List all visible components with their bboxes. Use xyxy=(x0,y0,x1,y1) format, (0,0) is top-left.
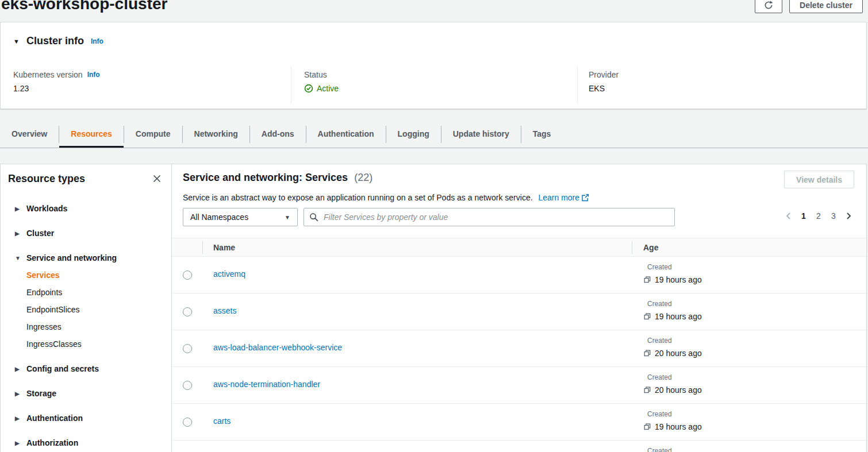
kubernetes-version-label: Kubernetes version xyxy=(13,70,83,79)
next-page-icon[interactable] xyxy=(843,211,854,221)
resource-types-panel: Resource types ▶ Workloads ▶ Cluster ▼ S… xyxy=(1,164,172,452)
sidebar-item-label: Service and networking xyxy=(26,253,117,262)
status-value: Active xyxy=(317,84,339,93)
collapse-caret-icon[interactable]: ▼ xyxy=(13,38,20,45)
table-row-partial: Created xyxy=(172,441,866,452)
tab-update-history[interactable]: Update history xyxy=(441,121,521,148)
refresh-icon xyxy=(764,1,773,10)
service-link[interactable]: assets xyxy=(213,306,236,315)
table-row: carts Created 19 hours ago xyxy=(172,404,866,441)
caret-down-icon: ▼ xyxy=(15,255,22,261)
column-divider xyxy=(202,241,203,254)
services-search xyxy=(304,208,675,226)
check-circle-icon xyxy=(304,84,313,93)
age-cell: Created 20 hours ago xyxy=(643,335,702,359)
copy-icon[interactable] xyxy=(643,276,651,284)
radio-button[interactable] xyxy=(183,418,192,427)
sidebar-item-authorization[interactable]: ▶ Authorization xyxy=(1,434,171,451)
namespace-filter-dropdown[interactable]: All Namespaces ▼ xyxy=(183,208,298,226)
search-input[interactable] xyxy=(304,208,675,226)
tab-tags[interactable]: Tags xyxy=(521,121,563,148)
tab-bar: Overview Resources Compute Networking Ad… xyxy=(0,121,868,148)
caret-right-icon: ▶ xyxy=(15,230,22,237)
tab-resources[interactable]: Resources xyxy=(59,121,124,148)
learn-more-link[interactable]: Learn more xyxy=(538,193,589,202)
close-icon[interactable] xyxy=(152,173,162,184)
column-header-name: Name xyxy=(213,238,235,257)
radio-button[interactable] xyxy=(183,307,192,316)
resource-types-tree: ▶ Workloads ▶ Cluster ▼ Service and netw… xyxy=(1,200,171,451)
age-value: 19 hours ago xyxy=(655,311,702,322)
table-row: aws-node-termination-handler Created 20 … xyxy=(172,367,866,404)
caret-right-icon: ▶ xyxy=(15,440,22,446)
cluster-info-info-link[interactable]: Info xyxy=(91,37,103,45)
copy-icon[interactable] xyxy=(643,349,651,357)
age-cell: Created 19 hours ago xyxy=(643,299,702,322)
tab-compute[interactable]: Compute xyxy=(124,121,182,148)
sidebar-item-authentication[interactable]: ▶ Authentication xyxy=(1,409,171,427)
page-title: eks-workshop-cluster xyxy=(1,0,167,13)
tab-authentication[interactable]: Authentication xyxy=(306,121,386,148)
resources-content-card: Resource types ▶ Workloads ▶ Cluster ▼ S… xyxy=(0,164,867,452)
services-count: (22) xyxy=(354,172,372,183)
age-value: 20 hours ago xyxy=(655,347,702,359)
sidebar-item-cluster[interactable]: ▶ Cluster xyxy=(1,225,171,242)
provider-value: EKS xyxy=(589,84,866,93)
sidebar-item-endpointslices[interactable]: EndpointSlices xyxy=(1,301,171,318)
service-link[interactable]: aws-load-balancer-webhook-service xyxy=(213,343,342,352)
column-divider xyxy=(632,241,632,254)
status-badge: Active xyxy=(304,84,577,93)
sidebar-item-label: Workloads xyxy=(26,204,67,213)
copy-icon[interactable] xyxy=(643,386,651,394)
chevron-down-icon: ▼ xyxy=(285,214,290,221)
tab-logging[interactable]: Logging xyxy=(386,121,441,148)
radio-button[interactable] xyxy=(183,381,192,390)
services-description: Service is an abstract way to expose an … xyxy=(183,193,533,202)
service-link[interactable]: aws-node-termination-handler xyxy=(213,380,320,389)
sidebar-item-endpoints[interactable]: Endpoints xyxy=(1,284,171,301)
created-label: Created xyxy=(647,372,702,383)
sidebar-item-services[interactable]: Services xyxy=(1,266,171,284)
services-panel: Service and networking: Services (22) Vi… xyxy=(172,164,866,452)
copy-icon[interactable] xyxy=(643,312,651,320)
cluster-info-card: ▼ Cluster info Info Kubernetes version I… xyxy=(0,22,867,109)
service-link[interactable]: activemq xyxy=(213,269,245,279)
kubernetes-version-info-link[interactable]: Info xyxy=(87,71,100,79)
tab-overview[interactable]: Overview xyxy=(0,121,59,148)
sidebar-item-label: Cluster xyxy=(26,229,54,238)
page-number-1[interactable]: 1 xyxy=(798,210,809,222)
resource-types-title: Resource types xyxy=(8,173,85,185)
sidebar-item-label: Storage xyxy=(26,389,56,398)
refresh-button[interactable] xyxy=(755,0,782,13)
delete-cluster-button[interactable]: Delete cluster xyxy=(789,0,863,13)
table-row: activemq Created 19 hours ago xyxy=(172,257,866,293)
created-label: Created xyxy=(647,335,702,346)
sidebar-item-storage[interactable]: ▶ Storage xyxy=(1,385,171,402)
sidebar-item-label: Config and secrets xyxy=(26,364,99,373)
radio-button[interactable] xyxy=(183,344,192,353)
caret-right-icon: ▶ xyxy=(15,391,22,397)
sidebar-item-ingressclasses[interactable]: IngressClasses xyxy=(1,335,171,353)
status-label: Status xyxy=(304,70,327,79)
age-cell: Created 19 hours ago xyxy=(643,262,702,285)
copy-icon[interactable] xyxy=(643,423,651,431)
service-link[interactable]: carts xyxy=(213,416,231,426)
pagination: 1 2 3 xyxy=(783,210,854,222)
previous-page-icon[interactable] xyxy=(783,211,794,221)
sidebar-item-ingresses[interactable]: Ingresses xyxy=(1,318,171,335)
sidebar-item-service-and-networking[interactable]: ▼ Service and networking xyxy=(1,249,171,266)
view-details-button[interactable]: View details xyxy=(784,171,854,188)
cluster-info-title: Cluster info xyxy=(26,35,84,47)
services-table: Name Age activemq Created 19 hours ago a… xyxy=(172,238,866,452)
radio-button[interactable] xyxy=(183,271,192,280)
namespace-filter-value: All Namespaces xyxy=(190,213,285,222)
page-number-2[interactable]: 2 xyxy=(813,210,824,222)
tab-networking[interactable]: Networking xyxy=(183,121,249,148)
tab-add-ons[interactable]: Add-ons xyxy=(250,121,306,148)
table-header: Name Age xyxy=(172,238,866,257)
sidebar-item-workloads[interactable]: ▶ Workloads xyxy=(1,200,171,217)
page-number-3[interactable]: 3 xyxy=(828,210,839,222)
created-label: Created xyxy=(647,409,702,419)
services-heading: Service and networking: Services xyxy=(183,172,348,183)
sidebar-item-config-and-secrets[interactable]: ▶ Config and secrets xyxy=(1,360,171,377)
